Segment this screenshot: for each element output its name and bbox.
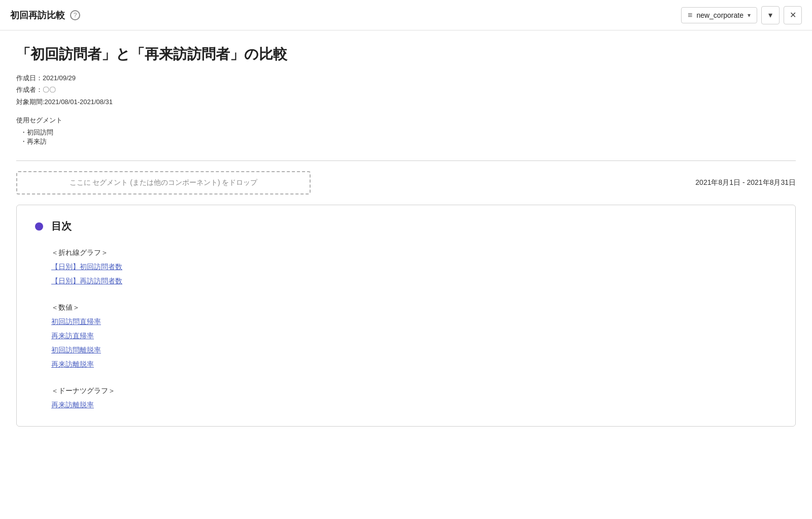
toc-section-label-3: ＜ドーナツグラフ＞ xyxy=(51,383,777,398)
toc-dot-icon xyxy=(35,222,43,231)
toc-link-first-bounce[interactable]: 初回訪問直帰率 xyxy=(51,314,777,329)
created-date: 作成日：2021/09/29 xyxy=(16,72,796,84)
segment-section-title: 使用セグメント xyxy=(16,116,796,125)
toc-link-first-exit[interactable]: 初回訪問離脱率 xyxy=(51,343,777,357)
top-header: 初回再訪比較 ? ≡ new_corporate ▾ ▾ ✕ xyxy=(0,0,812,30)
toc-header: 目次 xyxy=(35,219,777,233)
toc-spacer-1 xyxy=(51,288,777,296)
help-icon[interactable]: ? xyxy=(70,10,80,20)
toc-link-daily-first[interactable]: 【日別】初回訪問者数 xyxy=(51,260,777,274)
page-title: 初回再訪比較 xyxy=(10,9,65,21)
drop-zone[interactable]: ここに セグメント (または他のコンポーネント) をドロップ xyxy=(16,171,311,194)
date-range-display: 2021年8月1日 - 2021年8月31日 xyxy=(695,178,796,187)
close-button[interactable]: ✕ xyxy=(784,6,802,24)
workspace-name: new_corporate xyxy=(696,11,743,19)
period: 対象期間:2021/08/01-2021/08/31 xyxy=(16,96,796,108)
toc-link-return-bounce[interactable]: 再来訪直帰率 xyxy=(51,329,777,343)
toc-section-label-1: ＜折れ線グラフ＞ xyxy=(51,245,777,260)
segment-section: 使用セグメント 初回訪問 再来訪 xyxy=(16,116,796,146)
header-right: ≡ new_corporate ▾ ▾ ✕ xyxy=(681,6,802,24)
toc-link-return-exit[interactable]: 再来訪離脱率 xyxy=(51,357,777,371)
toc-link-daily-return[interactable]: 【日別】再訪訪問者数 xyxy=(51,274,777,288)
workspace-selector[interactable]: ≡ new_corporate ▾ xyxy=(681,7,757,23)
toc-section-label-2: ＜数値＞ xyxy=(51,300,777,314)
segment-list: 初回訪問 再来訪 xyxy=(16,128,796,146)
author: 作成者：〇〇 xyxy=(16,84,796,95)
toc-link-donut-exit[interactable]: 再来訪離脱率 xyxy=(51,398,777,412)
segment-item: 再来訪 xyxy=(20,137,796,146)
header-left: 初回再訪比較 ? xyxy=(10,9,80,21)
meta-info: 作成日：2021/09/29 作成者：〇〇 対象期間:2021/08/01-20… xyxy=(16,72,796,108)
collapse-button[interactable]: ▾ xyxy=(761,6,780,24)
toc-card: 目次 ＜折れ線グラフ＞ 【日別】初回訪問者数 【日別】再訪訪問者数 ＜数値＞ 初… xyxy=(16,205,796,427)
workspace-icon: ≡ xyxy=(688,11,692,20)
toc-body: ＜折れ線グラフ＞ 【日別】初回訪問者数 【日別】再訪訪問者数 ＜数値＞ 初回訪問… xyxy=(35,245,777,412)
toc-title: 目次 xyxy=(51,219,72,233)
section-divider xyxy=(16,160,796,161)
main-content: 「初回訪問者」と「再来訪訪問者」の比較 作成日：2021/09/29 作成者：〇… xyxy=(0,30,812,441)
segment-item: 初回訪問 xyxy=(20,128,796,137)
close-icon: ✕ xyxy=(790,10,796,20)
chevron-down-icon: ▾ xyxy=(768,10,772,20)
workspace-chevron-icon: ▾ xyxy=(748,12,751,19)
report-title: 「初回訪問者」と「再来訪訪問者」の比較 xyxy=(16,45,796,64)
toc-spacer-2 xyxy=(51,371,777,379)
drop-zone-label: ここに セグメント (または他のコンポーネント) をドロップ xyxy=(70,178,258,186)
drop-zone-bar: ここに セグメント (または他のコンポーネント) をドロップ 2021年8月1日… xyxy=(16,171,796,194)
